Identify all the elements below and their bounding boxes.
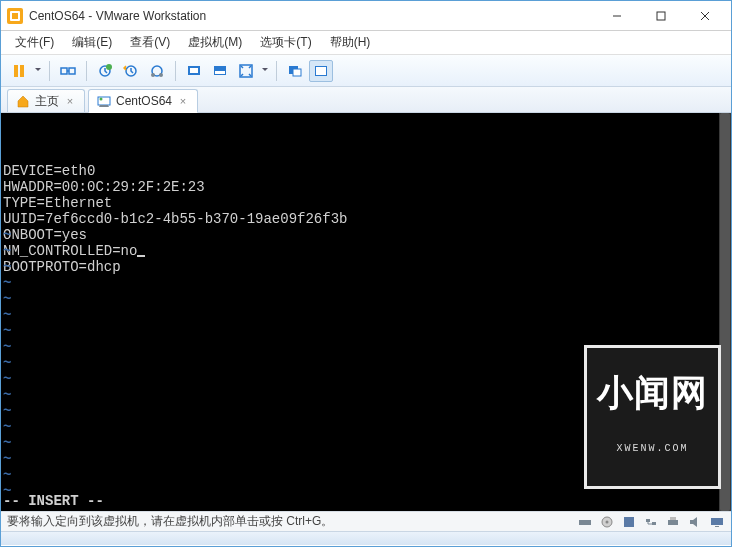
tab-home-close[interactable]: × — [64, 95, 76, 107]
svg-rect-22 — [579, 520, 591, 525]
thumbnail-button[interactable] — [309, 60, 333, 82]
toolbar — [1, 55, 731, 87]
display-icon[interactable] — [709, 515, 725, 529]
svg-rect-25 — [624, 517, 634, 527]
svg-rect-30 — [711, 518, 723, 525]
svg-rect-19 — [316, 67, 326, 75]
menubar: 文件(F) 编辑(E) 查看(V) 虚拟机(M) 选项卡(T) 帮助(H) — [1, 31, 731, 55]
guest-display[interactable]: ~ ~ ~ ~ ~ ~ ~ ~ ~ ~ ~ ~ ~ ~ ~ ~ ~ DEVICE… — [1, 113, 731, 511]
view-dropdown[interactable] — [260, 68, 270, 74]
fit-window-button[interactable] — [208, 60, 232, 82]
tab-home[interactable]: 主页 × — [7, 89, 85, 112]
terminal-line: TYPE=Ethernet — [3, 195, 729, 211]
svg-point-21 — [100, 98, 103, 101]
svg-rect-0 — [657, 12, 665, 20]
svg-point-9 — [151, 73, 155, 77]
home-icon — [16, 94, 30, 108]
watermark-url: XWENW.COM — [597, 444, 708, 454]
svg-rect-12 — [190, 68, 198, 73]
pause-button[interactable] — [7, 60, 31, 82]
printer-icon[interactable] — [665, 515, 681, 529]
fullscreen-button[interactable] — [234, 60, 258, 82]
titlebar: CentOS64 - VMware Workstation — [1, 1, 731, 31]
svg-point-6 — [106, 64, 112, 70]
fit-guest-button[interactable] — [182, 60, 206, 82]
statusbar: 要将输入定向到该虚拟机，请在虚拟机内部单击或按 Ctrl+G。 — [1, 511, 731, 531]
terminal-line: ONBOOT=yes — [3, 227, 729, 243]
menu-tabs[interactable]: 选项卡(T) — [252, 31, 319, 54]
svg-rect-29 — [670, 517, 676, 520]
menu-vm[interactable]: 虚拟机(M) — [180, 31, 250, 54]
bottom-strip — [1, 531, 731, 545]
tab-bar: 主页 × CentOS64 × — [1, 87, 731, 113]
terminal-line: DEVICE=eth0 — [3, 163, 729, 179]
terminal-line: NM_CONTROLLED=no — [3, 243, 729, 259]
svg-rect-17 — [293, 69, 301, 76]
svg-rect-26 — [646, 519, 650, 522]
snapshot-revert-button[interactable] — [119, 60, 143, 82]
vim-tilde-column: ~ ~ ~ ~ ~ ~ ~ ~ ~ ~ ~ ~ ~ ~ ~ ~ ~ — [3, 115, 11, 509]
floppy-icon[interactable] — [621, 515, 637, 529]
snapshot-manager-button[interactable] — [145, 60, 169, 82]
svg-rect-3 — [61, 68, 67, 74]
close-button[interactable] — [683, 2, 727, 30]
window-title: CentOS64 - VMware Workstation — [29, 9, 595, 23]
tab-vm-label: CentOS64 — [116, 94, 172, 108]
vm-icon — [97, 94, 111, 108]
power-dropdown[interactable] — [33, 68, 43, 74]
terminal-line: BOOTPROTO=dhcp — [3, 259, 729, 275]
minimize-button[interactable] — [595, 2, 639, 30]
menu-edit[interactable]: 编辑(E) — [64, 31, 120, 54]
menu-view[interactable]: 查看(V) — [122, 31, 178, 54]
terminal-line: HWADDR=00:0C:29:2F:2E:23 — [3, 179, 729, 195]
tab-vm-centos64[interactable]: CentOS64 × — [88, 89, 198, 113]
watermark: 小闻网 XWENW.COM — [584, 345, 721, 489]
maximize-button[interactable] — [639, 2, 683, 30]
snapshot-take-button[interactable] — [93, 60, 117, 82]
unity-button[interactable] — [283, 60, 307, 82]
usb-icon[interactable] — [577, 515, 593, 529]
status-hint: 要将输入定向到该虚拟机，请在虚拟机内部单击或按 Ctrl+G。 — [7, 513, 333, 530]
svg-rect-14 — [215, 71, 225, 74]
network-icon[interactable] — [643, 515, 659, 529]
svg-rect-4 — [69, 68, 75, 74]
tab-home-label: 主页 — [35, 93, 59, 110]
tab-vm-close[interactable]: × — [177, 95, 189, 107]
svg-point-10 — [159, 73, 163, 77]
vim-mode-indicator: -- INSERT -- — [3, 493, 104, 509]
menu-file[interactable]: 文件(F) — [7, 31, 62, 54]
svg-point-24 — [606, 520, 609, 523]
app-icon — [7, 8, 23, 24]
svg-rect-31 — [715, 526, 719, 527]
watermark-text: 小闻网 — [597, 378, 708, 414]
device-tray — [577, 515, 725, 529]
menu-help[interactable]: 帮助(H) — [322, 31, 379, 54]
svg-rect-2 — [20, 65, 24, 77]
terminal-line: UUID=7ef6ccd0-b1c2-4b55-b370-19ae09f26f3… — [3, 211, 729, 227]
svg-rect-1 — [14, 65, 18, 77]
sound-icon[interactable] — [687, 515, 703, 529]
send-ctrl-alt-del-button[interactable] — [56, 60, 80, 82]
cd-icon[interactable] — [599, 515, 615, 529]
svg-rect-28 — [668, 520, 678, 525]
